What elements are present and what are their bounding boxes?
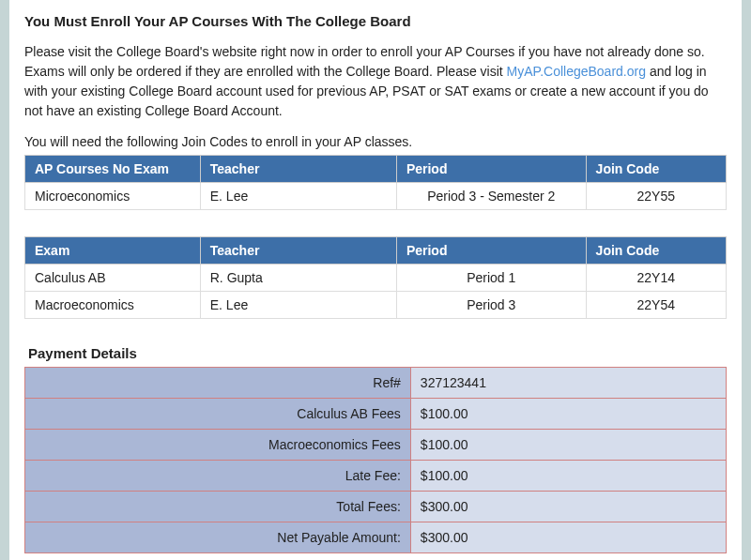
cell-course: Calculus AB — [25, 265, 201, 292]
payment-row: Calculus AB Fees $100.00 — [25, 399, 727, 430]
college-board-link[interactable]: MyAP.CollegeBoard.org — [507, 64, 646, 79]
payment-value: $100.00 — [410, 399, 726, 430]
payment-label: Calculus AB Fees — [25, 399, 411, 430]
col-code: Join Code — [586, 237, 726, 265]
cell-teacher: R. Gupta — [200, 265, 396, 292]
payment-value: $100.00 — [410, 430, 726, 461]
exam-table: Exam Teacher Period Join Code Calculus A… — [24, 236, 727, 319]
page-container: You Must Enroll Your AP Courses With The… — [9, 0, 742, 560]
intro-paragraph: Please visit the College Board's website… — [24, 42, 727, 121]
cell-code: 22Y54 — [586, 292, 726, 319]
payment-value: $300.00 — [410, 522, 726, 553]
cell-period: Period 3 - Semester 2 — [396, 183, 586, 210]
cell-code: 22Y14 — [586, 265, 726, 292]
payment-row: Late Fee: $100.00 — [25, 461, 727, 492]
payment-row: Net Payable Amount: $300.00 — [25, 522, 727, 553]
payment-value: $300.00 — [410, 492, 726, 522]
cell-course: Microeconomics — [25, 183, 201, 210]
col-period: Period — [396, 237, 586, 265]
payment-row: Total Fees: $300.00 — [25, 492, 727, 522]
cell-course: Macroeconomics — [25, 292, 201, 319]
payment-row: Ref# 327123441 — [25, 368, 727, 399]
col-course: AP Courses No Exam — [25, 156, 201, 183]
page-title: You Must Enroll Your AP Courses With The… — [24, 13, 727, 29]
col-exam: Exam — [25, 237, 201, 265]
payment-label: Net Payable Amount: — [25, 522, 411, 553]
cell-period: Period 3 — [396, 292, 586, 319]
col-teacher: Teacher — [200, 237, 396, 265]
table-header-row: Exam Teacher Period Join Code — [25, 237, 727, 265]
col-teacher: Teacher — [200, 156, 396, 183]
no-exam-table: AP Courses No Exam Teacher Period Join C… — [24, 155, 727, 210]
col-code: Join Code — [586, 156, 726, 183]
payment-details-title: Payment Details — [28, 345, 727, 361]
table-row: Macroeconomics E. Lee Period 3 22Y54 — [25, 292, 727, 319]
table-header-row: AP Courses No Exam Teacher Period Join C… — [25, 156, 727, 183]
table-row: Microeconomics E. Lee Period 3 - Semeste… — [25, 183, 727, 210]
payment-label: Total Fees: — [25, 492, 411, 522]
cell-teacher: E. Lee — [200, 292, 396, 319]
cell-code: 22Y55 — [586, 183, 726, 210]
payment-label: Macroeconomics Fees — [25, 430, 411, 461]
join-codes-note: You will need the following Join Codes t… — [24, 134, 727, 149]
payment-label: Ref# — [25, 368, 411, 399]
payment-table: Ref# 327123441 Calculus AB Fees $100.00 … — [24, 367, 727, 553]
payment-value: 327123441 — [410, 368, 726, 399]
payment-row: Macroeconomics Fees $100.00 — [25, 430, 727, 461]
cell-period: Period 1 — [396, 265, 586, 292]
payment-label: Late Fee: — [25, 461, 411, 492]
cell-teacher: E. Lee — [200, 183, 396, 210]
table-row: Calculus AB R. Gupta Period 1 22Y14 — [25, 265, 727, 292]
col-period: Period — [396, 156, 586, 183]
payment-value: $100.00 — [410, 461, 726, 492]
